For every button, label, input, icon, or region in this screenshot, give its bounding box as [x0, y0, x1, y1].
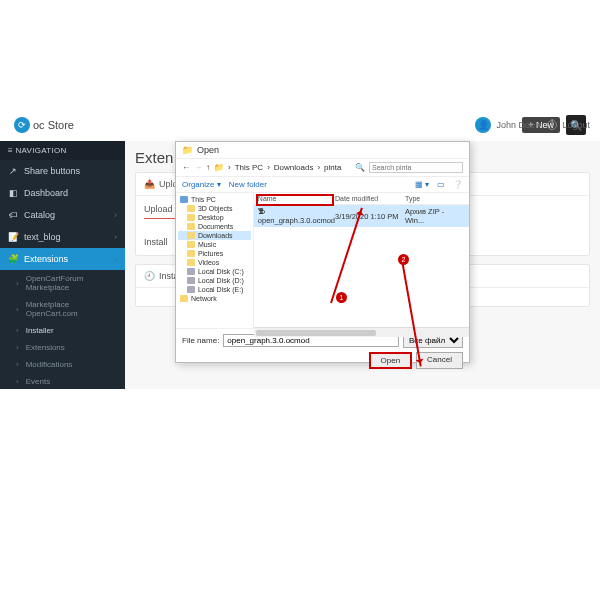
organize-button[interactable]: Organize ▾	[182, 180, 221, 189]
sidebar-subitem[interactable]: Extensions	[0, 339, 125, 356]
user-name[interactable]: John Doe ▾	[496, 120, 542, 130]
sidebar-item[interactable]: 🧩Extensions›	[0, 248, 125, 270]
sidebar-subitem[interactable]: Events	[0, 373, 125, 390]
sidebar-item[interactable]: 📝text_blog›	[0, 226, 125, 248]
tree-item[interactable]: Network	[178, 294, 251, 303]
tree-item[interactable]: Videos	[178, 258, 251, 267]
annotation-box	[256, 194, 334, 206]
tree-item[interactable]: Pictures	[178, 249, 251, 258]
sidebar-item[interactable]: ◧Dashboard	[0, 182, 125, 204]
sidebar-subitem[interactable]: Modifications	[0, 356, 125, 373]
sidebar-subitem[interactable]: Installer	[0, 322, 125, 339]
sidebar-subitem[interactable]: OpenCartForum Marketplace	[0, 270, 125, 296]
breadcrumb[interactable]: ← → ↑ 📁 ›This PC ›Downloads ›pinta 🔍	[176, 158, 469, 176]
filename-label: File name:	[182, 336, 219, 345]
tree-item[interactable]: Local Disk (E:)	[178, 285, 251, 294]
avatar[interactable]: 👤	[475, 117, 491, 133]
folder-tree[interactable]: This PC 3D Objects Desktop Documents Dow…	[176, 193, 254, 328]
nav-up-icon[interactable]: ↑	[206, 163, 210, 172]
sidebar-item[interactable]: 🏷Catalog›	[0, 204, 125, 226]
file-open-dialog: 📁 Open ← → ↑ 📁 ›This PC ›Downloads ›pint…	[175, 141, 470, 363]
logout-icon[interactable]	[547, 120, 557, 130]
logo: ⟳oc Store	[14, 117, 74, 133]
sidebar-item[interactable]: ↗Share buttons	[0, 160, 125, 182]
help-icon[interactable]: ❔	[453, 180, 463, 189]
nav-fwd-icon[interactable]: →	[194, 163, 202, 172]
annotation-num: 1	[336, 292, 347, 303]
new-folder-button[interactable]: New folder	[229, 180, 267, 189]
view-icon[interactable]: ▦ ▾	[415, 180, 429, 189]
tree-item[interactable]: Local Disk (D:)	[178, 276, 251, 285]
tree-item[interactable]: 3D Objects	[178, 204, 251, 213]
sidebar: ≡ NAVIGATION ↗Share buttons◧Dashboard🏷Ca…	[0, 141, 125, 389]
tree-item[interactable]: Documents	[178, 222, 251, 231]
nav-header: ≡ NAVIGATION	[0, 141, 125, 160]
preview-icon[interactable]: ▭	[437, 180, 445, 189]
sidebar-subitem[interactable]: Marketplace OpenCart.com	[0, 296, 125, 322]
tree-item[interactable]: Music	[178, 240, 251, 249]
nav-back-icon[interactable]: ←	[182, 163, 190, 172]
tree-item[interactable]: This PC	[178, 195, 251, 204]
scrollbar[interactable]	[254, 327, 469, 337]
tree-item[interactable]: Desktop	[178, 213, 251, 222]
search-input[interactable]	[369, 162, 463, 173]
logout-label[interactable]: Logout	[562, 120, 590, 130]
open-button[interactable]: Open	[369, 352, 413, 369]
annotation-num: 2	[398, 254, 409, 265]
tree-item[interactable]: Local Disk (C:)	[178, 267, 251, 276]
tree-item[interactable]: Downloads	[178, 231, 251, 240]
dialog-title: 📁 Open	[176, 142, 469, 158]
